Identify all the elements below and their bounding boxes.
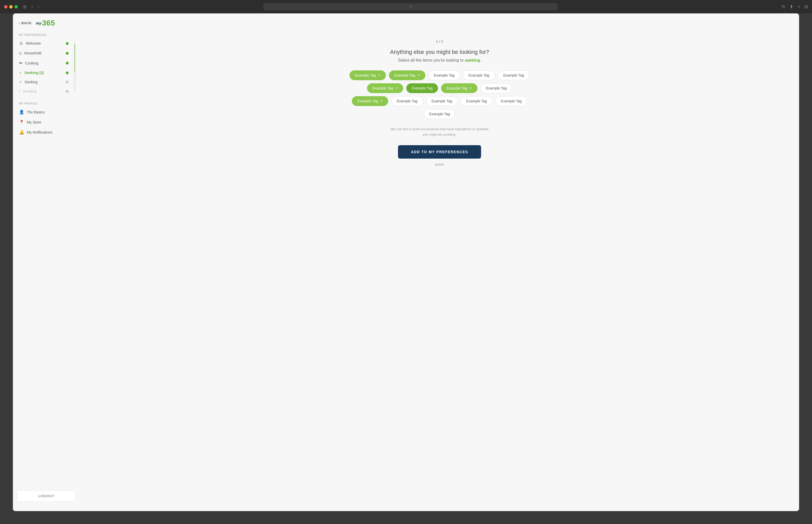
fullscreen-button[interactable] <box>14 5 18 9</box>
back-chevron-icon: ‹ <box>19 21 20 25</box>
progress-line <box>75 44 75 91</box>
question-title: Anything else you might be looking for? <box>390 49 489 55</box>
sidebar-seeking-label: Seeking <box>25 80 38 84</box>
back-nav-button[interactable]: ‹ <box>31 4 33 9</box>
tag-14[interactable]: Example Tag <box>496 96 527 106</box>
sidebar-seeking-active-label: Seeking (2) <box>25 71 44 75</box>
sidebar-item-the-basics[interactable]: 👤 The Basics <box>13 107 80 117</box>
my-preferences-label: MY PREFERENCES <box>13 31 80 38</box>
tag-8-remove-icon[interactable]: ✕ <box>469 86 472 90</box>
tag-11[interactable]: Example Tag <box>391 96 423 106</box>
tags-container: Example Tag ✕ Example Tag ✕ Example Tag … <box>349 70 530 119</box>
tag-6-remove-icon[interactable]: ✕ <box>395 86 398 90</box>
tag-8[interactable]: Example Tag ✕ <box>441 83 477 93</box>
tag-9-label: Example Tag <box>486 86 507 90</box>
sidebar-item-my-notifications[interactable]: 🔔 My Notifications <box>13 127 80 137</box>
sidebar-avoiding-label: Avoiding <box>23 89 36 93</box>
my-notifications-icon: 🔔 <box>19 130 24 135</box>
address-bar-container: 🛡 <box>43 3 779 10</box>
tag-14-label: Example Tag <box>501 99 522 103</box>
my-store-icon: 📍 <box>19 120 24 125</box>
tag-12[interactable]: Example Tag <box>426 96 458 106</box>
windows-button[interactable]: ⧉ <box>805 4 808 10</box>
avoiding-dot <box>66 90 69 93</box>
shield-icon: 🛡 <box>409 5 412 9</box>
sidebar-household-label: Household <box>24 51 42 55</box>
sidebar-my-store-label: My Store <box>27 120 41 124</box>
minimize-button[interactable] <box>9 5 13 9</box>
new-tab-button[interactable]: + <box>798 4 800 10</box>
skip-link[interactable]: SKIP <box>435 163 444 167</box>
sidebar-preferences-nav: ☺ Welcome ⌂ Household ✂ Cooking <box>13 38 80 96</box>
add-to-preferences-button[interactable]: ADD TO MY PREFERENCES <box>398 145 481 159</box>
tag-7-label: Example Tag <box>412 86 433 90</box>
toolbar-right: ↻ ⬆ + ⧉ <box>782 4 808 10</box>
the-basics-icon: 👤 <box>19 110 24 114</box>
traffic-lights <box>4 5 18 9</box>
sidebar-item-seeking[interactable]: ✓ Seeking <box>13 77 72 87</box>
tag-8-label: Example Tag <box>446 86 467 90</box>
cooking-icon: ✂ <box>19 61 22 65</box>
main-layout: MY PREFERENCES ☺ Welcome ⌂ Household <box>13 31 799 511</box>
reload-button[interactable]: ↻ <box>782 4 785 10</box>
sidebar-item-seeking-active[interactable]: ✓ Seeking (2) <box>13 68 72 77</box>
question-subtitle: Select all the items you're looking to s… <box>398 58 481 63</box>
tag-13[interactable]: Example Tag <box>461 96 492 106</box>
tag-11-label: Example Tag <box>397 99 418 103</box>
sidebar-item-avoiding[interactable]: ! Avoiding <box>13 87 72 96</box>
app-header: ‹ BACK my 365 <box>13 13 799 31</box>
tag-6[interactable]: Example Tag ✕ <box>367 83 403 93</box>
household-icon: ⌂ <box>19 51 22 55</box>
tag-4[interactable]: Example Tag <box>463 70 495 80</box>
logo: my 365 <box>36 19 55 27</box>
sidebar-item-welcome[interactable]: ☺ Welcome <box>13 38 72 48</box>
tag-2[interactable]: Example Tag ✕ <box>389 70 425 80</box>
tag-7[interactable]: Example Tag <box>406 83 438 93</box>
subtitle-keyword: seeking <box>465 58 480 62</box>
logo-my-text: my <box>36 21 42 25</box>
sidebar: MY PREFERENCES ☺ Welcome ⌂ Household <box>13 31 80 511</box>
sidebar-the-basics-label: The Basics <box>27 110 45 114</box>
tag-15[interactable]: Example Tag <box>424 109 456 119</box>
step-total: 5 <box>441 39 443 44</box>
tag-2-remove-icon[interactable]: ✕ <box>417 73 420 77</box>
tag-13-label: Example Tag <box>466 99 487 103</box>
tag-9[interactable]: Example Tag <box>481 83 512 93</box>
my-profile-label: MY PROFILE <box>13 100 80 107</box>
main-content: 4 / 5 Anything else you might be looking… <box>80 31 799 511</box>
sidebar-item-household[interactable]: ⌂ Household <box>13 48 72 58</box>
tag-10-remove-icon[interactable]: ✕ <box>380 99 383 103</box>
welcome-dot <box>66 42 69 45</box>
seeking-active-check-icon: ✓ <box>19 71 22 75</box>
back-link[interactable]: ‹ BACK <box>19 21 32 25</box>
logout-container: LOGOUT <box>13 486 80 506</box>
tag-10[interactable]: Example Tag ✕ <box>352 96 388 106</box>
logout-button[interactable]: LOGOUT <box>17 490 76 502</box>
step-current: 4 <box>436 39 438 44</box>
avoiding-exclaim-icon: ! <box>19 89 20 93</box>
welcome-icon: ☺ <box>19 41 23 46</box>
household-dot <box>66 52 69 55</box>
tag-5[interactable]: Example Tag <box>498 70 530 80</box>
subtitle-suffix: . <box>480 58 481 62</box>
sidebar-item-my-store[interactable]: 📍 My Store <box>13 117 80 127</box>
step-separator: / <box>439 39 441 44</box>
tag-5-label: Example Tag <box>503 73 524 77</box>
seeking-active-dot <box>66 71 69 74</box>
sidebar-toggle-button[interactable]: ⊞ <box>23 4 26 9</box>
seeking-check-icon: ✓ <box>19 80 22 84</box>
address-bar[interactable]: 🛡 <box>263 3 558 10</box>
sidebar-cooking-label: Cooking <box>25 61 38 65</box>
sidebar-my-notifications-label: My Notifications <box>27 130 52 134</box>
tag-1[interactable]: Example Tag ✕ <box>350 70 386 80</box>
sidebar-item-cooking[interactable]: ✂ Cooking <box>13 58 72 68</box>
forward-nav-button[interactable]: › <box>38 4 39 9</box>
sidebar-welcome-label: Welcome <box>26 41 41 45</box>
share-button[interactable]: ⬆ <box>790 4 793 10</box>
tag-3-label: Example Tag <box>434 73 455 77</box>
browser-chrome: ⊞ ‹ › 🛡 ↻ ⬆ + ⧉ <box>0 0 812 13</box>
tag-3[interactable]: Example Tag <box>428 70 460 80</box>
tag-1-remove-icon[interactable]: ✕ <box>378 73 380 77</box>
tag-10-label: Example Tag <box>357 99 378 103</box>
close-button[interactable] <box>4 5 7 9</box>
